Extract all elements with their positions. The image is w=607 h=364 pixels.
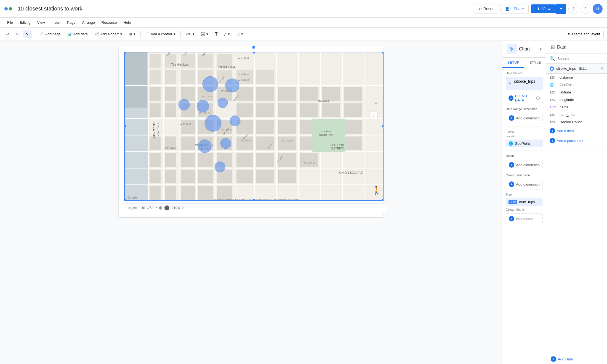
help-icon: ? bbox=[584, 7, 586, 11]
view-button[interactable]: 👁 View bbox=[531, 4, 556, 13]
shape-icon: ⬡ bbox=[236, 32, 239, 36]
more-options-button[interactable]: ⋮ bbox=[568, 4, 578, 14]
reset-button[interactable]: ↩ Reset bbox=[474, 4, 498, 14]
chart-container[interactable]: CHELSEA MEATPACKING DISTRICT NOMAD FLATI… bbox=[121, 49, 386, 212]
svg-text:W 12th St: W 12th St bbox=[304, 161, 315, 164]
legend-circle-small bbox=[159, 206, 162, 210]
text-button[interactable]: T bbox=[212, 30, 220, 38]
help-button[interactable]: ? bbox=[581, 4, 590, 14]
legend-circle-large bbox=[164, 205, 169, 210]
line-button[interactable]: ╱ ▾ bbox=[221, 30, 233, 38]
svg-rect-25 bbox=[150, 70, 161, 84]
field-type-icon-name: ABC bbox=[550, 106, 557, 109]
add-metric-button[interactable]: + Add metric bbox=[506, 213, 543, 224]
redo-icon: ↪ bbox=[16, 32, 19, 36]
control-icon: ☰ bbox=[146, 32, 149, 36]
logo-dot-blue bbox=[4, 7, 8, 10]
chart-panel-title: Chart bbox=[519, 47, 537, 52]
svg-point-132 bbox=[203, 76, 218, 92]
data-source-label: Data source bbox=[506, 71, 543, 75]
chart-panel-dropdown[interactable]: ▾ bbox=[540, 47, 542, 51]
menu-item-help[interactable]: Help bbox=[121, 19, 134, 26]
svg-rect-29 bbox=[150, 103, 161, 117]
close-datasource-button[interactable]: ✕ bbox=[600, 66, 604, 71]
svg-point-139 bbox=[198, 140, 211, 153]
svg-rect-47 bbox=[181, 87, 195, 101]
add-page-button[interactable]: 📄 Add page bbox=[36, 30, 63, 38]
menu-item-resource[interactable]: Resource bbox=[99, 19, 120, 26]
add-chart-button[interactable]: 📈 Add a chart ▾ bbox=[92, 30, 125, 38]
component-dropdown-icon: ▾ bbox=[134, 32, 135, 36]
sum-badge: SUM bbox=[509, 200, 517, 204]
avatar[interactable]: U bbox=[593, 4, 603, 14]
size-field-label: num_trips bbox=[519, 200, 535, 204]
field-type-icon-distance: 123 bbox=[550, 76, 557, 79]
handle-tr bbox=[382, 52, 384, 53]
add-tooltip-dimension-button[interactable]: + Add dimension bbox=[506, 160, 543, 170]
select-tool-button[interactable]: ↖ bbox=[23, 30, 32, 38]
page-title: 10 closest stations to work bbox=[18, 6, 470, 12]
size-tag[interactable]: SUM num_trips bbox=[506, 198, 543, 206]
handle-ml bbox=[124, 125, 126, 127]
more-vert-icon: ⋮ bbox=[572, 7, 575, 11]
add-field-button[interactable]: + Add a field bbox=[546, 126, 607, 136]
share-button[interactable]: 👤+ Share bbox=[500, 4, 529, 14]
redo-button[interactable]: ↪ bbox=[13, 30, 22, 38]
embed-button[interactable]: </> ▾ bbox=[183, 30, 197, 38]
add-parameter-button[interactable]: + Add a parameter bbox=[546, 136, 607, 146]
svg-point-133 bbox=[225, 79, 239, 92]
svg-rect-86 bbox=[256, 153, 274, 167]
svg-text:✳: ✳ bbox=[374, 101, 378, 106]
text-icon: T bbox=[215, 32, 218, 37]
add-colour-dimension-button[interactable]: + Add dimension bbox=[506, 179, 543, 189]
shape-button[interactable]: ⬡ ▾ bbox=[234, 30, 246, 38]
svg-rect-97 bbox=[217, 186, 232, 200]
eye-icon: 👁 bbox=[537, 7, 541, 11]
add-control-button[interactable]: ☰ Add a control ▾ bbox=[143, 30, 178, 38]
chart-setup-content: Data source ✎ citibike_trips -... + BLEN… bbox=[502, 68, 546, 364]
field-name-latitude: latitude bbox=[560, 90, 571, 94]
fields-label: Fields bbox=[506, 130, 543, 133]
date-range-label: Date Range Dimension bbox=[506, 107, 543, 111]
svg-point-138 bbox=[230, 116, 240, 126]
tab-style[interactable]: STYLE bbox=[524, 58, 546, 68]
colour-metric-section: Colour metric + Add metric bbox=[506, 208, 543, 224]
blend-data-button[interactable]: + BLEND DATA ⓘ bbox=[506, 92, 543, 104]
chart-dropdown-icon: ▾ bbox=[120, 32, 122, 36]
metric-add-icon: + bbox=[509, 216, 514, 221]
data-panel-header: ⊞ Data bbox=[546, 41, 607, 54]
svg-rect-36 bbox=[165, 170, 176, 183]
geopoint-tag[interactable]: 🌐 GeoPoint bbox=[506, 140, 543, 147]
add-dimension-label: Add dimension bbox=[516, 116, 540, 120]
svg-rect-92 bbox=[236, 170, 253, 183]
svg-rect-26 bbox=[165, 70, 176, 84]
menu-item-page[interactable]: Page bbox=[64, 19, 78, 26]
data-source-row[interactable]: ✎ citibike_trips -... bbox=[506, 77, 543, 90]
theme-layout-button[interactable]: ≡ Theme and layout bbox=[564, 30, 604, 38]
svg-rect-42 bbox=[181, 70, 195, 84]
menu-item-view[interactable]: View bbox=[34, 19, 48, 26]
add-page-icon: 📄 bbox=[39, 32, 44, 36]
add-data-button[interactable]: 📊 Add data bbox=[65, 30, 90, 38]
add-data-button[interactable]: + Add Data bbox=[546, 354, 607, 364]
search-input[interactable] bbox=[557, 57, 604, 61]
tab-setup[interactable]: SETUP bbox=[502, 58, 524, 68]
image-button[interactable]: 🖼 ▾ bbox=[198, 30, 211, 38]
divider-1 bbox=[506, 127, 543, 127]
person-add-icon: 👤+ bbox=[505, 7, 512, 11]
colour-section: Colour dimension + Add dimension bbox=[506, 173, 543, 189]
field-type-icon-latitude: 123 bbox=[550, 91, 557, 94]
right-panel-top: Chart ▾ SETUP STYLE Data source ✎ citibi… bbox=[502, 41, 607, 364]
menu-item-arrange[interactable]: Arrange bbox=[79, 19, 98, 26]
add-component-button[interactable]: ⊞ ▾ bbox=[126, 30, 138, 38]
menu-item-insert[interactable]: Insert bbox=[49, 19, 63, 26]
undo-button[interactable]: ↩ bbox=[3, 30, 12, 38]
svg-point-155 bbox=[511, 50, 512, 51]
view-dropdown-button[interactable]: ▾ bbox=[556, 4, 566, 14]
toolbar-separator-3 bbox=[180, 31, 181, 38]
menu-item-editing[interactable]: Editing bbox=[17, 19, 33, 26]
add-dimension-button[interactable]: + Add dimension bbox=[506, 113, 543, 123]
svg-text:DISTRICT: DISTRICT bbox=[331, 147, 344, 150]
menu-item-file[interactable]: File bbox=[4, 19, 16, 26]
svg-rect-72 bbox=[344, 120, 362, 134]
